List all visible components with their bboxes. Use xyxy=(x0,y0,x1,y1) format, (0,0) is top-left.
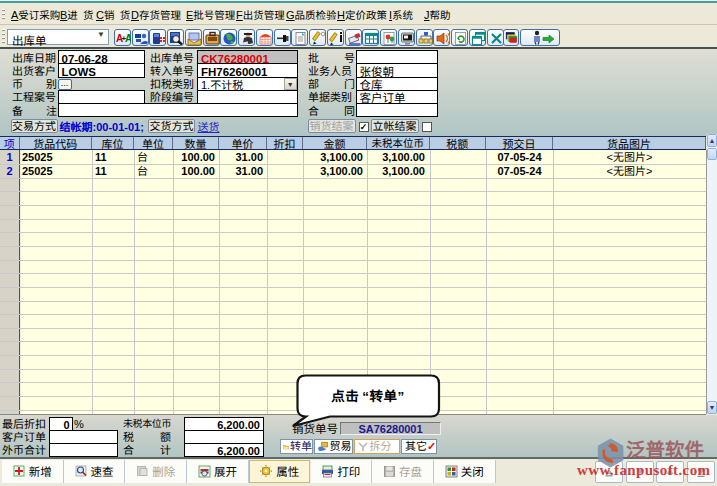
svg-text:A: A xyxy=(125,33,131,44)
